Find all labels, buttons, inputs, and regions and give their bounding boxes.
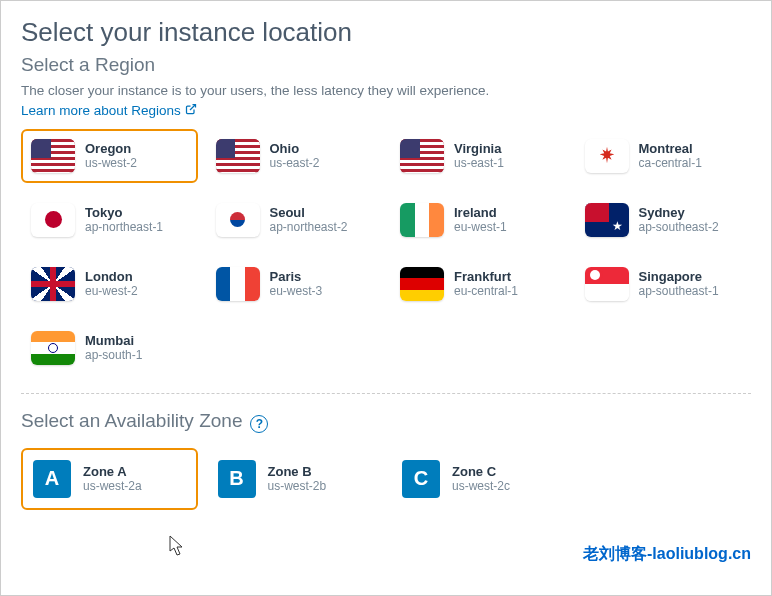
flag-ie-icon [400,203,444,237]
region-name: Tokyo [85,205,163,220]
region-code: us-east-1 [454,156,504,170]
region-card-us-west-2[interactable]: Oregon us-west-2 [21,129,198,183]
page-title: Select your instance location [21,17,751,48]
regions-grid: Oregon us-west-2 Ohio us-east-2 Virginia… [21,129,751,375]
region-code: eu-west-3 [270,284,323,298]
region-card-eu-west-2[interactable]: London eu-west-2 [21,257,198,311]
region-name: Mumbai [85,333,142,348]
region-code: ap-southeast-1 [639,284,719,298]
az-card-us-west-2a[interactable]: A Zone A us-west-2a [21,448,198,510]
flag-au-icon [585,203,629,237]
external-link-icon [185,103,197,117]
watermark-text: 老刘博客-laoliublog.cn [583,544,751,565]
region-code: us-west-2 [85,156,137,170]
az-name: Zone B [268,464,327,479]
mouse-cursor-icon [169,535,187,561]
region-card-ap-northeast-1[interactable]: Tokyo ap-northeast-1 [21,193,198,247]
az-code: us-west-2a [83,479,142,493]
svg-line-0 [190,105,196,111]
az-card-us-west-2b[interactable]: B Zone B us-west-2b [206,448,383,510]
region-code: us-east-2 [270,156,320,170]
region-name: Sydney [639,205,719,220]
flag-de-icon [400,267,444,301]
az-subtitle: Select an Availability Zone [21,410,242,432]
region-code: eu-west-2 [85,284,138,298]
flag-us-icon [216,139,260,173]
region-name: Oregon [85,141,137,156]
region-code: ap-northeast-2 [270,220,348,234]
flag-in-icon [31,331,75,365]
region-code: ap-northeast-1 [85,220,163,234]
region-card-eu-central-1[interactable]: Frankfurt eu-central-1 [390,257,567,311]
region-code: ap-southeast-2 [639,220,719,234]
az-name: Zone A [83,464,142,479]
region-code: eu-central-1 [454,284,518,298]
az-badge-icon: B [218,460,256,498]
region-name: Seoul [270,205,348,220]
section-divider [21,393,751,394]
flag-fr-icon [216,267,260,301]
flag-us-icon [31,139,75,173]
region-code: ap-south-1 [85,348,142,362]
az-badge-icon: A [33,460,71,498]
region-card-ap-southeast-1[interactable]: Singapore ap-southeast-1 [575,257,752,311]
region-card-ap-south-1[interactable]: Mumbai ap-south-1 [21,321,198,375]
region-name: Virginia [454,141,504,156]
flag-jp-icon [31,203,75,237]
region-code: eu-west-1 [454,220,507,234]
region-subtitle: Select a Region [21,54,751,76]
region-card-eu-west-3[interactable]: Paris eu-west-3 [206,257,383,311]
az-grid: A Zone A us-west-2a B Zone B us-west-2b … [21,448,751,510]
flag-kr-icon [216,203,260,237]
region-card-eu-west-1[interactable]: Ireland eu-west-1 [390,193,567,247]
region-name: Ireland [454,205,507,220]
region-card-us-east-1[interactable]: Virginia us-east-1 [390,129,567,183]
flag-ca-icon [585,139,629,173]
learn-more-label: Learn more about Regions [21,103,181,118]
help-icon[interactable]: ? [250,415,268,433]
az-code: us-west-2b [268,479,327,493]
region-code: ca-central-1 [639,156,702,170]
az-badge-icon: C [402,460,440,498]
region-name: London [85,269,138,284]
flag-sg-icon [585,267,629,301]
region-description: The closer your instance is to your user… [21,82,751,101]
region-name: Ohio [270,141,320,156]
region-name: Frankfurt [454,269,518,284]
az-card-us-west-2c[interactable]: C Zone C us-west-2c [390,448,567,510]
region-card-ap-northeast-2[interactable]: Seoul ap-northeast-2 [206,193,383,247]
region-name: Paris [270,269,323,284]
region-name: Montreal [639,141,702,156]
learn-more-link[interactable]: Learn more about Regions [21,103,197,118]
region-card-ap-southeast-2[interactable]: Sydney ap-southeast-2 [575,193,752,247]
az-code: us-west-2c [452,479,510,493]
region-name: Singapore [639,269,719,284]
flag-us-icon [400,139,444,173]
az-name: Zone C [452,464,510,479]
region-card-ca-central-1[interactable]: Montreal ca-central-1 [575,129,752,183]
region-card-us-east-2[interactable]: Ohio us-east-2 [206,129,383,183]
flag-gb-icon [31,267,75,301]
